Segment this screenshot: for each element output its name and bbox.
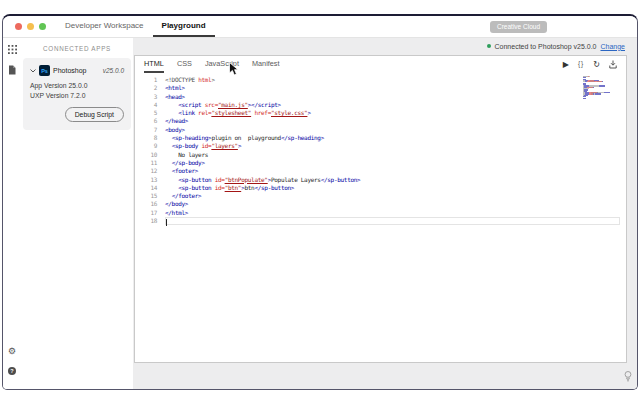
connected-apps-header: CONNECTED APPS bbox=[21, 38, 133, 58]
app-window: Developer Workspace Playground Creative … bbox=[2, 14, 638, 390]
line-number: 16 bbox=[135, 200, 157, 208]
connected-dot-icon bbox=[487, 44, 491, 48]
code-line[interactable]: <body> bbox=[165, 126, 626, 134]
apps-grid-icon[interactable] bbox=[7, 44, 17, 54]
help-icon[interactable]: ? bbox=[8, 367, 16, 375]
line-number: 4 bbox=[135, 101, 157, 109]
text-cursor bbox=[166, 219, 167, 226]
window-tab-developer-workspace[interactable]: Developer Workspace bbox=[56, 16, 153, 37]
code-lines[interactable]: <!DOCTYPE html><html><head> <script src=… bbox=[165, 73, 626, 362]
code-line[interactable]: </sp-body> bbox=[165, 159, 626, 167]
line-number: 8 bbox=[135, 134, 157, 142]
code-line[interactable]: No layers bbox=[165, 151, 626, 159]
line-number: 17 bbox=[135, 209, 157, 217]
line-number: 7 bbox=[135, 126, 157, 134]
document-icon[interactable] bbox=[7, 65, 17, 75]
tab-html[interactable]: HTML bbox=[144, 56, 164, 73]
code-line[interactable]: </footer> bbox=[165, 192, 626, 200]
connected-text: Connected to Photoshop v25.0.0 bbox=[495, 43, 597, 50]
line-number: 3 bbox=[135, 93, 157, 101]
code-line[interactable]: </html> bbox=[165, 209, 626, 217]
line-number: 11 bbox=[135, 159, 157, 167]
connection-status: Connected to Photoshop v25.0.0 Change bbox=[133, 38, 637, 54]
line-number: 15 bbox=[135, 192, 157, 200]
code-line[interactable]: <head> bbox=[165, 93, 626, 101]
play-icon[interactable]: ▶ bbox=[563, 61, 569, 69]
app-version-label: App Version 25.0.0 bbox=[30, 82, 124, 89]
line-number: 13 bbox=[135, 176, 157, 184]
braces-icon[interactable]: {} bbox=[578, 61, 584, 68]
minimap-line bbox=[583, 98, 613, 99]
line-number: 12 bbox=[135, 167, 157, 175]
editor-tabbar: HTML CSS JavaScript Manifest ▶ {} ↻ bbox=[135, 56, 626, 73]
line-number: 18 bbox=[135, 217, 157, 225]
window-tab-playground[interactable]: Playground bbox=[153, 16, 215, 37]
line-number: 14 bbox=[135, 184, 157, 192]
creative-cloud-badge: Creative Cloud bbox=[490, 21, 547, 33]
chevron-down-icon[interactable] bbox=[30, 69, 36, 73]
code-line[interactable] bbox=[165, 217, 620, 225]
code-line[interactable]: <sp-heading>plugin on playground</sp-hea… bbox=[165, 134, 626, 142]
uxp-version-label: UXP Version 7.2.0 bbox=[30, 92, 124, 99]
line-number: 2 bbox=[135, 84, 157, 92]
code-line[interactable]: <!DOCTYPE html> bbox=[165, 76, 626, 84]
line-number: 6 bbox=[135, 117, 157, 125]
tab-css[interactable]: CSS bbox=[177, 56, 192, 73]
connected-app-card[interactable]: Ps Photoshop v25.0.0 App Version 25.0.0 … bbox=[23, 58, 131, 130]
line-number: 5 bbox=[135, 109, 157, 117]
debug-script-button[interactable]: Debug Script bbox=[65, 107, 124, 122]
code-line[interactable]: <link rel="stylesheet" href="style.css"> bbox=[165, 109, 626, 117]
minimize-window-icon[interactable] bbox=[27, 23, 34, 30]
code-line[interactable]: <sp-body id="layers"> bbox=[165, 142, 626, 150]
code-line[interactable]: </head> bbox=[165, 117, 626, 125]
code-line[interactable]: <html> bbox=[165, 84, 626, 92]
photoshop-logo: Ps bbox=[39, 65, 50, 76]
change-link[interactable]: Change bbox=[600, 43, 625, 50]
code-editor-panel: HTML CSS JavaScript Manifest ▶ {} ↻ bbox=[134, 55, 627, 363]
line-number-gutter: 123456789101112131415161718 bbox=[135, 73, 165, 362]
line-number: 10 bbox=[135, 151, 157, 159]
download-icon[interactable] bbox=[609, 60, 617, 69]
code-line[interactable]: </body> bbox=[165, 200, 626, 208]
close-window-icon[interactable] bbox=[15, 23, 22, 30]
minimap[interactable] bbox=[583, 76, 613, 99]
content-area: Connected to Photoshop v25.0.0 Change HT… bbox=[133, 38, 637, 389]
editor-actions: ▶ {} ↻ bbox=[563, 56, 617, 73]
lightbulb-icon[interactable] bbox=[624, 371, 632, 382]
maximize-window-icon[interactable] bbox=[39, 23, 46, 30]
code-line[interactable]: <footer> bbox=[165, 167, 626, 175]
app-name: Photoshop bbox=[53, 67, 86, 74]
traffic-lights bbox=[3, 16, 56, 37]
app-version-tag: v25.0.0 bbox=[103, 67, 124, 74]
tab-manifest[interactable]: Manifest bbox=[252, 56, 280, 73]
code-area[interactable]: 123456789101112131415161718 <!DOCTYPE ht… bbox=[135, 73, 626, 362]
code-line[interactable]: <sp-button id="btnPopulate">Populate Lay… bbox=[165, 176, 626, 184]
code-line[interactable]: <sp-button id="btn">btn</sp-button> bbox=[165, 184, 626, 192]
line-number: 1 bbox=[135, 76, 157, 84]
icon-rail: ⚙ ? bbox=[3, 38, 21, 389]
titlebar: Developer Workspace Playground Creative … bbox=[3, 16, 637, 38]
code-line[interactable]: <script src="main.js"></script> bbox=[165, 101, 626, 109]
line-number: 9 bbox=[135, 142, 157, 150]
refresh-icon[interactable]: ↻ bbox=[593, 61, 600, 69]
sidebar: CONNECTED APPS Ps Photoshop v25.0.0 App … bbox=[21, 38, 133, 389]
gear-icon[interactable]: ⚙ bbox=[7, 346, 17, 356]
